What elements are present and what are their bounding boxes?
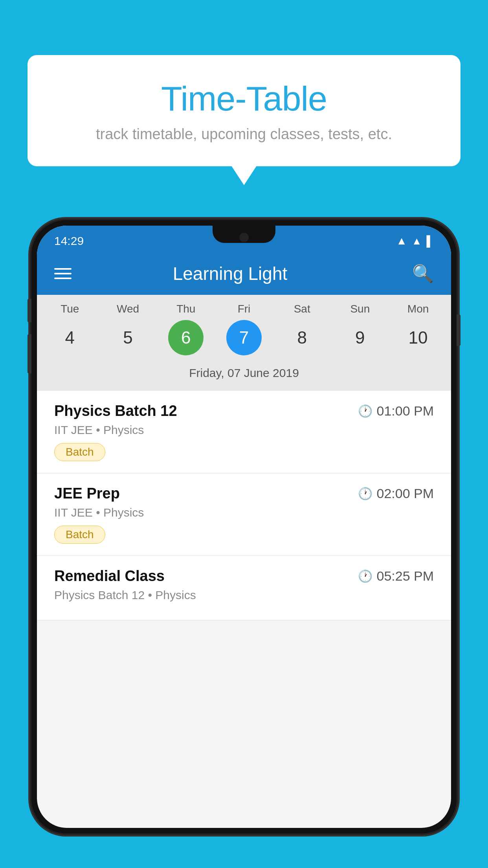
day-name: Wed (117, 303, 139, 315)
phone-button-volume-down (28, 334, 31, 373)
batch-tag: Batch (54, 526, 105, 544)
date-label: Friday, 07 June 2019 (37, 361, 451, 387)
phone-button-volume-up (28, 299, 31, 322)
bubble-title: Time-Table (43, 79, 445, 119)
day-name: Fri (238, 303, 251, 315)
day-number: 9 (342, 320, 378, 355)
class-time: 🕐 01:00 PM (358, 403, 434, 419)
battery-icon: ▌ (427, 235, 434, 247)
day-col-wed[interactable]: Wed5 (103, 303, 154, 355)
status-icons: ▲ ▲ ▌ (396, 235, 434, 247)
days-row: Tue4Wed5Thu6Fri7Sat8Sun9Mon10 (37, 303, 451, 355)
phone-container: 14:29 ▲ ▲ ▌ Learning Light 🔍 (31, 220, 457, 868)
class-name: Remedial Class (54, 568, 165, 585)
class-item[interactable]: Physics Batch 12🕐 01:00 PMIIT JEE • Phys… (37, 391, 451, 473)
phone-frame: 14:29 ▲ ▲ ▌ Learning Light 🔍 (31, 220, 457, 833)
day-number: 5 (110, 320, 146, 355)
calendar-strip: Tue4Wed5Thu6Fri7Sat8Sun9Mon10 Friday, 07… (37, 295, 451, 391)
status-time: 14:29 (54, 234, 84, 248)
class-list: Physics Batch 12🕐 01:00 PMIIT JEE • Phys… (37, 391, 451, 620)
phone-screen: 14:29 ▲ ▲ ▌ Learning Light 🔍 (37, 226, 451, 828)
day-number: 8 (284, 320, 320, 355)
class-item[interactable]: Remedial Class🕐 05:25 PMPhysics Batch 12… (37, 556, 451, 620)
day-name: Mon (407, 303, 429, 315)
day-number: 7 (226, 320, 262, 355)
day-name: Tue (61, 303, 79, 315)
signal-icon: ▲ (412, 235, 422, 247)
class-item-header: Remedial Class🕐 05:25 PM (54, 568, 434, 585)
day-number: 10 (400, 320, 436, 355)
phone-button-power (457, 314, 460, 346)
bubble-subtitle: track timetable, upcoming classes, tests… (43, 126, 445, 143)
class-name: JEE Prep (54, 485, 120, 502)
search-icon[interactable]: 🔍 (412, 263, 434, 284)
class-item[interactable]: JEE Prep🕐 02:00 PMIIT JEE • PhysicsBatch (37, 473, 451, 556)
day-number: 4 (52, 320, 88, 355)
clock-icon: 🕐 (358, 569, 372, 583)
batch-tag: Batch (54, 443, 105, 461)
day-col-thu[interactable]: Thu6 (160, 303, 211, 355)
class-time: 🕐 02:00 PM (358, 486, 434, 501)
wifi-icon: ▲ (396, 235, 407, 247)
class-time: 🕐 05:25 PM (358, 568, 434, 584)
app-title: Learning Light (48, 263, 412, 284)
class-name: Physics Batch 12 (54, 403, 177, 419)
class-meta: IIT JEE • Physics (54, 506, 434, 519)
class-item-header: JEE Prep🕐 02:00 PM (54, 485, 434, 502)
day-col-sun[interactable]: Sun9 (334, 303, 385, 355)
day-name: Thu (176, 303, 195, 315)
day-number: 6 (168, 320, 204, 355)
phone-camera (239, 233, 249, 242)
phone-notch (213, 226, 275, 243)
clock-icon: 🕐 (358, 404, 372, 418)
clock-icon: 🕐 (358, 487, 372, 500)
class-item-header: Physics Batch 12🕐 01:00 PM (54, 403, 434, 419)
day-col-mon[interactable]: Mon10 (393, 303, 444, 355)
day-col-sat[interactable]: Sat8 (277, 303, 328, 355)
day-name: Sat (294, 303, 310, 315)
class-meta: Physics Batch 12 • Physics (54, 588, 434, 602)
app-bar: Learning Light 🔍 (37, 252, 451, 295)
day-col-fri[interactable]: Fri7 (218, 303, 270, 355)
day-col-tue[interactable]: Tue4 (44, 303, 95, 355)
day-name: Sun (350, 303, 370, 315)
class-meta: IIT JEE • Physics (54, 423, 434, 437)
speech-bubble: Time-Table track timetable, upcoming cla… (28, 55, 460, 166)
speech-bubble-container: Time-Table track timetable, upcoming cla… (28, 55, 460, 166)
